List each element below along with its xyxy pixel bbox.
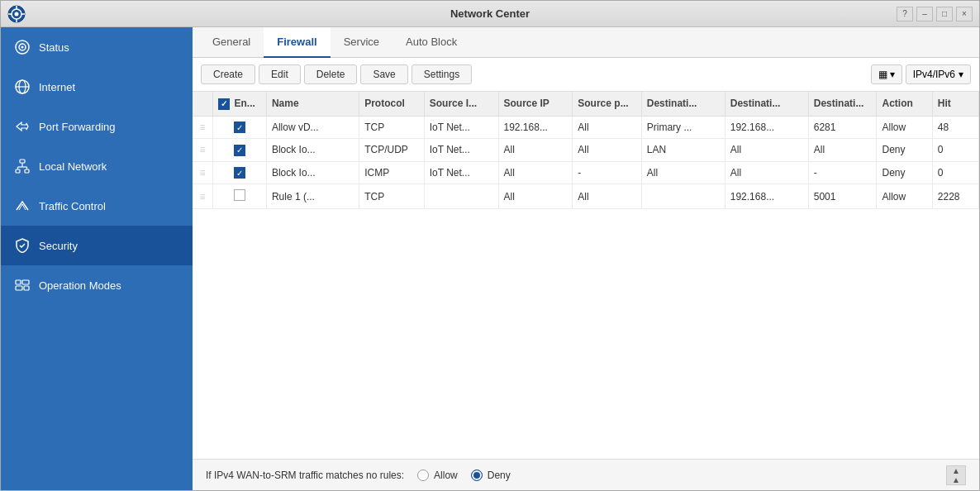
titlebar-title: Network Center bbox=[450, 7, 530, 20]
sidebar-item-internet[interactable]: Internet bbox=[1, 67, 193, 107]
deny-radio-button[interactable] bbox=[471, 470, 483, 481]
enabled-cell[interactable] bbox=[213, 184, 267, 209]
source-ip-cell: 192.168... bbox=[498, 116, 573, 139]
maximize-button[interactable]: □ bbox=[936, 7, 953, 21]
sidebar-label-operation-modes: Operation Modes bbox=[39, 279, 121, 292]
create-button[interactable]: Create bbox=[201, 64, 255, 84]
operation-modes-icon bbox=[14, 277, 31, 293]
col-source-port-header[interactable]: Source p... bbox=[573, 92, 641, 116]
svg-rect-13 bbox=[20, 160, 25, 163]
source-port-cell: All bbox=[573, 184, 641, 209]
source-port-cell: All bbox=[573, 139, 641, 162]
drag-handle[interactable]: ≡ bbox=[193, 161, 213, 184]
col-dest-ip-header[interactable]: Destinati... bbox=[725, 92, 808, 116]
action-cell: Allow bbox=[877, 184, 932, 209]
enabled-cell[interactable]: ✓ bbox=[213, 139, 267, 162]
view-caret: ▾ bbox=[890, 69, 895, 80]
source-port-cell: All bbox=[573, 116, 641, 139]
col-hit-header[interactable]: Hit bbox=[932, 92, 978, 116]
col-source-interface-header[interactable]: Source I... bbox=[424, 92, 498, 116]
app-logo bbox=[7, 5, 26, 23]
ip-version-caret: ▾ bbox=[959, 69, 963, 80]
header-checkbox[interactable]: ✓ bbox=[218, 98, 230, 110]
name-cell: Block Io... bbox=[266, 139, 359, 162]
dest-interface-cell: Primary ... bbox=[641, 116, 725, 139]
action-cell: Deny bbox=[877, 139, 932, 162]
delete-button[interactable]: Delete bbox=[304, 64, 358, 84]
save-button[interactable]: Save bbox=[360, 64, 407, 84]
drag-handle[interactable]: ≡ bbox=[193, 139, 213, 162]
tab-general[interactable]: General bbox=[199, 27, 264, 58]
drag-handle[interactable]: ≡ bbox=[193, 184, 213, 209]
svg-rect-21 bbox=[22, 280, 29, 284]
minimize-button[interactable]: – bbox=[916, 7, 933, 21]
svg-rect-14 bbox=[16, 169, 20, 173]
enabled-cell[interactable]: ✓ bbox=[213, 116, 267, 139]
svg-rect-22 bbox=[16, 286, 22, 290]
action-cell: Allow bbox=[877, 116, 932, 139]
tab-firewall[interactable]: Firewall bbox=[264, 27, 330, 58]
sidebar-item-local-network[interactable]: Local Network bbox=[1, 146, 193, 186]
sidebar-item-security[interactable]: Security bbox=[1, 226, 193, 265]
action-cell: Deny bbox=[877, 161, 932, 184]
local-network-icon bbox=[14, 158, 31, 174]
source-interface-cell: IoT Net... bbox=[424, 116, 498, 139]
hit-cell: 48 bbox=[932, 116, 978, 139]
deny-radio-group: Deny bbox=[471, 470, 511, 481]
table-row: ≡ Rule 1 (... TCP All All 192.168... 500… bbox=[193, 184, 979, 209]
col-enabled-label: En... bbox=[235, 98, 255, 109]
source-interface-cell: IoT Net... bbox=[424, 139, 498, 162]
allow-radio-group: Allow bbox=[417, 470, 458, 481]
tab-auto-block[interactable]: Auto Block bbox=[392, 27, 470, 58]
dest-interface-cell bbox=[641, 184, 725, 209]
col-action-header[interactable]: Action bbox=[877, 92, 932, 116]
view-toggle-button[interactable]: ▦ ▾ bbox=[871, 64, 902, 84]
sidebar-item-port-forwarding[interactable]: Port Forwarding bbox=[1, 107, 193, 146]
dest-port-cell: 6281 bbox=[808, 116, 877, 139]
edit-button[interactable]: Edit bbox=[259, 64, 301, 84]
col-enabled-header[interactable]: ✓ En... bbox=[213, 92, 267, 116]
tab-service[interactable]: Service bbox=[331, 27, 392, 58]
close-button[interactable]: × bbox=[956, 7, 973, 21]
col-name-header[interactable]: Name bbox=[266, 92, 359, 116]
enabled-cell[interactable]: ✓ bbox=[213, 161, 267, 184]
settings-button[interactable]: Settings bbox=[412, 64, 472, 84]
dest-port-cell: All bbox=[808, 139, 877, 162]
help-button[interactable]: ? bbox=[897, 7, 913, 21]
sidebar-item-status[interactable]: Status bbox=[1, 27, 193, 67]
sidebar-item-operation-modes[interactable]: Operation Modes bbox=[1, 265, 193, 305]
deny-radio-label: Deny bbox=[488, 470, 511, 481]
allow-radio-button[interactable] bbox=[417, 470, 429, 481]
svg-rect-20 bbox=[16, 280, 21, 284]
col-dest-port-header[interactable]: Destinati... bbox=[808, 92, 877, 116]
view-icon: ▦ bbox=[878, 69, 887, 80]
table-row: ≡ ✓ Allow vD... TCP IoT Net... 192.168..… bbox=[193, 116, 979, 139]
table-row: ≡ ✓ Block Io... TCP/UDP IoT Net... All A… bbox=[193, 139, 979, 162]
content-area: General Firewall Service Auto Block Crea… bbox=[193, 27, 979, 490]
status-bar: If IPv4 WAN-to-SRM traffic matches no ru… bbox=[193, 459, 979, 490]
protocol-cell: ICMP bbox=[359, 161, 425, 184]
titlebar: Network Center ? – □ × bbox=[1, 1, 979, 27]
table-row: ≡ ✓ Block Io... ICMP IoT Net... All - Al… bbox=[193, 161, 979, 184]
hit-cell: 0 bbox=[932, 161, 978, 184]
row-checkbox[interactable]: ✓ bbox=[234, 122, 245, 133]
source-ip-cell: All bbox=[498, 139, 573, 162]
row-checkbox[interactable]: ✓ bbox=[234, 145, 245, 156]
col-dest-interface-header[interactable]: Destinati... bbox=[641, 92, 725, 116]
row-checkbox[interactable] bbox=[234, 189, 245, 201]
row-checkbox[interactable]: ✓ bbox=[234, 167, 245, 179]
sidebar-item-traffic-control[interactable]: Traffic Control bbox=[1, 186, 193, 226]
svg-point-9 bbox=[21, 46, 24, 49]
scroll-up-button[interactable]: ▲▲ bbox=[946, 465, 966, 485]
tab-bar: General Firewall Service Auto Block bbox=[193, 27, 979, 58]
svg-rect-15 bbox=[25, 169, 29, 173]
col-source-ip-header[interactable]: Source IP bbox=[498, 92, 573, 116]
col-protocol-header[interactable]: Protocol bbox=[359, 92, 425, 116]
toolbar: Create Edit Delete Save Settings ▦ ▾ IPv… bbox=[193, 58, 979, 92]
sidebar-label-internet: Internet bbox=[39, 81, 75, 93]
ip-version-dropdown[interactable]: IPv4/IPv6 ▾ bbox=[906, 64, 971, 84]
drag-handle[interactable]: ≡ bbox=[193, 116, 213, 139]
dest-port-cell: - bbox=[808, 161, 877, 184]
security-icon bbox=[14, 237, 31, 254]
dest-port-cell: 5001 bbox=[808, 184, 877, 209]
